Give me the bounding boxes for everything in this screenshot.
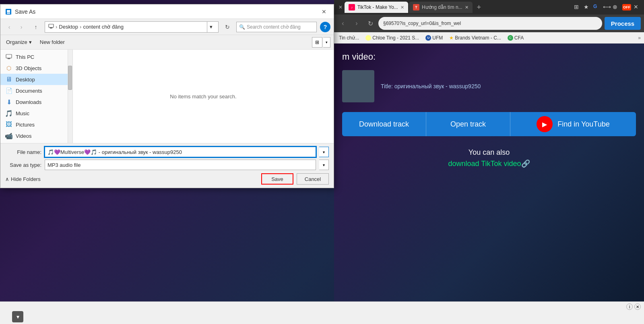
nav-item-downloads[interactable]: ⬇ Downloads	[0, 96, 72, 108]
nav-item-music[interactable]: 🎵 Music	[0, 108, 72, 119]
savetype-display: MP3 audio file	[45, 160, 316, 170]
save-as-dialog: Save As ✕ ‹ › ↑ › Desktop › content chờ …	[0, 4, 334, 188]
search-box[interactable]: 🔍 Search content chờ đăng	[236, 22, 317, 32]
dialog-actions-row: ∧ Hide Folders Save Cancel	[5, 173, 329, 185]
breadcrumb-this-pc[interactable]	[48, 23, 54, 30]
dialog-content: This PC ⬡ 3D Objects 🖥 Desktop 📄 Documen…	[0, 50, 334, 143]
layers-icon[interactable]: ⊗	[613, 4, 620, 11]
nav-item-pictures[interactable]: 🖼 Pictures	[0, 119, 72, 130]
music-nav-icon: 🎵	[5, 110, 12, 117]
bookmark-brands-label: Brands Vietnam - C...	[455, 35, 501, 41]
bookmark-tin-chu-label: Tin chứ...	[339, 35, 359, 41]
bookmark-star-icon[interactable]: ★	[584, 4, 591, 11]
hide-folders-label: Hide Folders	[11, 176, 41, 182]
downloads-nav-icon: ⬇	[5, 98, 12, 106]
dialog-close-button[interactable]: ✕	[319, 7, 329, 17]
nav-item-downloads-label: Downloads	[16, 99, 41, 105]
ad-info-icon[interactable]: i	[626, 303, 633, 310]
track-title-text: Title: оригинальный звук - wassup9250	[381, 83, 481, 89]
svg-rect-4	[50, 28, 52, 29]
you-can-also-label: You can also	[469, 148, 510, 157]
nav-scrollbar[interactable]	[68, 50, 72, 143]
bookmarks-more-button[interactable]: »	[638, 35, 641, 41]
nav-scrollbar-thumb[interactable]	[68, 66, 72, 90]
filename-input[interactable]	[45, 147, 316, 157]
search-icon: 🔍	[239, 24, 245, 30]
desktop-nav-icon: 🖥	[5, 76, 12, 83]
download-track-button[interactable]: Download track	[342, 112, 426, 136]
tab1-close-icon[interactable]: ✕	[337, 2, 344, 13]
nav-item-documents[interactable]: 📄 Documents	[0, 85, 72, 96]
breadcrumb-desktop[interactable]: Desktop	[59, 24, 78, 30]
forward-nav-button[interactable]: ›	[351, 18, 362, 29]
computer-nav-icon	[5, 53, 12, 60]
track-info-row: Title: оригинальный звук - wassup9250	[342, 70, 636, 102]
nav-item-3d-label: 3D Objects	[16, 65, 41, 71]
back-button[interactable]: ‹	[4, 21, 15, 33]
bookmark-ufm-label: UFM	[432, 35, 443, 41]
new-folder-button[interactable]: New folder	[37, 38, 67, 46]
adblocker-icon[interactable]: OFF	[622, 4, 631, 10]
filename-dropdown-btn[interactable]: ▾	[319, 147, 329, 157]
translate-icon[interactable]: ⟷	[603, 4, 610, 11]
nav-item-videos-label: Videos	[16, 133, 32, 139]
tab-huong-dan[interactable]: T Hướng dẫn tìm n... ✕	[409, 2, 473, 13]
address-bar[interactable]: §69570?is_copy_url=0&is_from_wel	[378, 17, 602, 30]
up-button[interactable]: ↑	[30, 21, 41, 33]
organize-button[interactable]: Organize ▾	[4, 38, 34, 46]
svg-rect-7	[8, 58, 10, 59]
organize-toolbar: Organize ▾ New folder ⊞ ▾	[0, 35, 334, 50]
track-thumbnail	[342, 70, 374, 102]
save-button[interactable]: Save	[261, 173, 293, 185]
process-button[interactable]: Process	[605, 17, 641, 30]
bookmark-cfa[interactable]: C CFA	[506, 34, 525, 42]
tab-huong-dan-close-icon[interactable]: ✕	[465, 5, 469, 10]
google-account-icon[interactable]: G	[593, 4, 601, 11]
nav-item-desktop-label: Desktop	[16, 77, 35, 83]
bookmark-tin-chu[interactable]: Tin chứ...	[337, 34, 361, 42]
bookmark-cfa-label: CFA	[514, 35, 524, 41]
hide-folders-button[interactable]: ∧ Hide Folders	[5, 176, 41, 182]
forward-button[interactable]: ›	[16, 21, 27, 33]
new-tab-button[interactable]: +	[473, 2, 485, 13]
action-buttons: Save Cancel	[261, 173, 329, 185]
bookmark-brands-vietnam[interactable]: ★ Brands Vietnam - C...	[448, 34, 503, 42]
breadcrumb-dropdown-btn[interactable]: ▾	[207, 22, 215, 32]
breadcrumb-separator1: ›	[56, 24, 57, 30]
bookmark-chloe-ting[interactable]: Chloe Ting - 2021 S...	[364, 34, 421, 42]
breadcrumb-folder[interactable]: content chờ đăng	[83, 24, 124, 30]
nav-item-desktop[interactable]: 🖥 Desktop	[0, 74, 72, 85]
nav-item-3d-objects[interactable]: ⬡ 3D Objects	[0, 62, 72, 74]
savetype-row: Save as type: MP3 audio file ▾	[5, 160, 329, 170]
save-as-icon	[5, 8, 12, 15]
cancel-button[interactable]: Cancel	[297, 173, 329, 185]
dialog-bottom: File name: ▾ Save as type: MP3 audio fil…	[0, 143, 334, 188]
tiktok-favicon: ♪	[349, 4, 355, 10]
download-tiktok-link[interactable]: download TikTok video🔗	[448, 159, 530, 168]
back-nav-button[interactable]: ‹	[337, 18, 349, 29]
nav-item-this-pc[interactable]: This PC	[0, 51, 72, 62]
refresh-button[interactable]: ↻	[222, 21, 233, 33]
close-browser-icon[interactable]: ✕	[634, 4, 641, 11]
from-video-label: m video:	[342, 52, 376, 62]
view-list-button[interactable]: ⊞	[312, 37, 322, 48]
open-track-button[interactable]: Open track	[426, 112, 510, 136]
view-dropdown-button[interactable]: ▾	[323, 37, 330, 48]
tab-tiktok-close-icon[interactable]: ✕	[400, 5, 404, 10]
tab-tiktok[interactable]: ♪ TikTok - Make Yo... ✕	[345, 2, 408, 13]
dialog-toolbar: ‹ › ↑ › Desktop › content chờ đăng ▾ ↻ 🔍…	[0, 19, 334, 35]
from-video-text: m video:	[342, 52, 376, 62]
help-button[interactable]: ?	[320, 22, 330, 32]
savetype-value: MP3 audio file	[47, 162, 80, 168]
nav-item-videos[interactable]: 📹 Videos	[0, 130, 72, 141]
savetype-dropdown-btn[interactable]: ▾	[319, 160, 329, 170]
bookmark-star-brands: ★	[449, 35, 454, 41]
ad-close-icon[interactable]: ✕	[634, 303, 641, 310]
dialog-titlebar: Save As ✕	[0, 4, 334, 19]
bookmark-ufm[interactable]: U UFM	[424, 34, 444, 42]
huong-dan-favicon: T	[413, 4, 419, 10]
breadcrumb-bar[interactable]: › Desktop › content chờ đăng ▾	[45, 21, 219, 33]
find-youtube-button[interactable]: ▶ Find in YouTube	[510, 112, 636, 136]
reload-button[interactable]: ↻	[365, 18, 376, 29]
extensions-icon[interactable]: ⊞	[574, 4, 581, 11]
